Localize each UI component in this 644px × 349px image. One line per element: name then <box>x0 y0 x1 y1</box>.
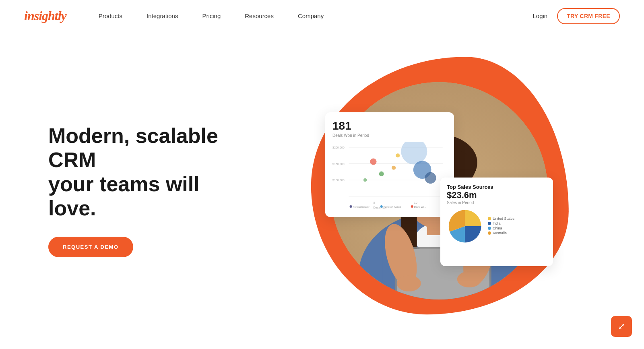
hero-title: Modern, scalable CRM your teams will lov… <box>48 124 250 220</box>
svg-point-22 <box>397 275 421 291</box>
pie-title: Top Sales Sources <box>447 184 547 190</box>
legend-item-china: China <box>488 226 514 230</box>
nav-company[interactable]: Company <box>298 12 324 19</box>
svg-point-38 <box>425 172 436 183</box>
svg-text:10: 10 <box>414 201 417 204</box>
legend-dot-us <box>488 217 491 220</box>
svg-text:$100,000: $100,000 <box>332 179 345 182</box>
svg-text:Davis Wi...: Davis Wi... <box>414 205 426 208</box>
navbar: insightly Products Integrations Pricing … <box>0 0 644 32</box>
hero-left: Modern, scalable CRM your teams will lov… <box>48 124 250 257</box>
pie-svg <box>447 208 483 244</box>
svg-text:Forrest Sawyer: Forrest Sawyer <box>353 205 369 208</box>
pie-chart-card: Top Sales Sources $23.6m Sales in Period <box>440 178 553 266</box>
hero-section: Modern, scalable CRM your teams will lov… <box>0 32 644 349</box>
pie-row: United States India China Australia <box>447 208 547 244</box>
svg-text:$150,000: $150,000 <box>332 162 345 165</box>
svg-point-42 <box>350 205 352 208</box>
logo[interactable]: insightly <box>24 8 66 23</box>
scatter-stat-number: 181 <box>332 120 447 132</box>
nav-links: Products Integrations Pricing Resources … <box>99 12 533 20</box>
expand-icon: ⤢ <box>618 321 625 332</box>
pie-sublabel: Sales in Period <box>447 200 547 205</box>
legend-item-australia: Australia <box>488 231 514 235</box>
legend-item-us: United States <box>488 217 514 221</box>
nav-pricing[interactable]: Pricing <box>202 12 221 19</box>
svg-point-23 <box>457 271 481 287</box>
svg-point-40 <box>363 178 367 182</box>
svg-point-39 <box>379 171 384 176</box>
pie-amount: $23.6m <box>447 190 547 200</box>
nav-products[interactable]: Products <box>99 12 122 19</box>
nav-resources[interactable]: Resources <box>245 12 274 19</box>
hero-right: 181 Deals Won in Period $200,000 $150,00… <box>250 32 620 349</box>
expand-button[interactable]: ⤢ <box>611 316 632 337</box>
svg-point-41 <box>392 165 396 169</box>
request-demo-button[interactable]: REQUEST A DEMO <box>48 237 133 257</box>
svg-text:Tamekah Abbott: Tamekah Abbott <box>384 205 401 208</box>
pie-legend: United States India China Australia <box>488 217 514 236</box>
svg-text:$200,000: $200,000 <box>332 146 345 149</box>
svg-point-44 <box>380 205 383 208</box>
legend-dot-australia <box>488 231 491 235</box>
legend-item-india: India <box>488 221 514 225</box>
try-crm-button[interactable]: TRY CRM FREE <box>557 8 620 24</box>
nav-integrations[interactable]: Integrations <box>147 12 178 19</box>
svg-text:5: 5 <box>373 201 375 204</box>
legend-dot-china <box>488 227 491 230</box>
login-button[interactable]: Login <box>533 12 547 19</box>
legend-dot-india <box>488 222 491 225</box>
nav-actions: Login TRY CRM FREE <box>533 8 620 24</box>
svg-point-34 <box>370 158 376 165</box>
scatter-stat-label: Deals Won in Period <box>332 133 447 138</box>
svg-point-35 <box>396 153 400 157</box>
scatter-chart-svg: $200,000 $150,000 $100,000 5 10 Deals Wo… <box>332 142 447 210</box>
scatter-chart-card: 181 Deals Won in Period $200,000 $150,00… <box>325 112 454 217</box>
svg-point-46 <box>411 205 413 208</box>
